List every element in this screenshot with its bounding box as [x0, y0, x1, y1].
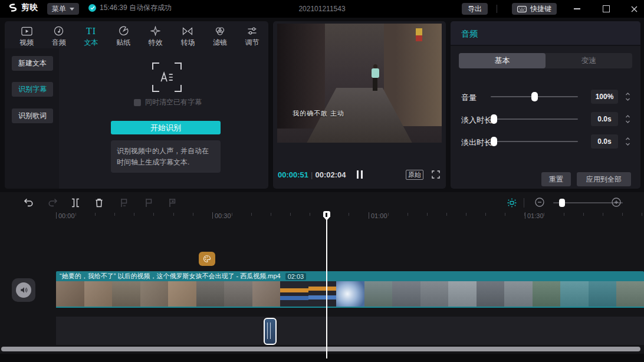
fade-in-stepper[interactable] [623, 112, 632, 126]
playhead-line[interactable] [326, 212, 327, 358]
app-logo-text: 剪映 [21, 2, 38, 13]
undo-icon [22, 197, 34, 209]
volume-value[interactable]: 100% [591, 90, 618, 104]
clip-thumbnail [533, 281, 561, 307]
volume-slider-handle[interactable] [531, 92, 538, 101]
recognize-subtitle-content: 同时清空已有字幕 开始识别 识别视频中的人声，并自动在时间轴上生成字幕文本. [59, 48, 268, 189]
zoom-in-button[interactable] [611, 197, 623, 209]
delete-button[interactable] [93, 197, 105, 209]
timeline-zoom-handle[interactable] [559, 199, 565, 207]
clip-thumbnail [560, 281, 589, 307]
toolbar-divider [524, 198, 524, 208]
track-mute-button[interactable] [12, 278, 35, 302]
scene-person [371, 64, 380, 93]
pause-button[interactable] [357, 170, 363, 179]
mark-flag-button[interactable] [143, 197, 155, 209]
tab-basic[interactable]: 基本 [459, 53, 546, 68]
preview-panel: 我的确不敢 主动 00:00:51|00:02:04 原始 [273, 21, 446, 189]
video-clip[interactable]: “她要的，我给不了” 以后的视频，这个俄罗斯女孩不会出现了 - 西瓜视频.mp4… [56, 271, 644, 308]
fade-in-slider-handle[interactable] [491, 114, 497, 124]
volume-slider[interactable] [491, 96, 578, 97]
timeline-bottom-gap [0, 354, 644, 362]
audio-panel-title: 音频 [461, 29, 478, 40]
effects-tab-icon [150, 25, 160, 37]
adjust-tab-icon [247, 25, 257, 37]
split-button[interactable] [70, 197, 81, 209]
sidebar-item-recognize-subtitle[interactable]: 识别字幕 [12, 82, 53, 97]
video-clip-duration-badge: 02:03 [285, 273, 307, 280]
auto-snap-button[interactable] [506, 197, 518, 209]
mark-remove-button[interactable] [166, 197, 178, 209]
pause-icon [357, 170, 359, 179]
close-button[interactable] [625, 0, 643, 18]
fade-out-control-row: 淡出时长 0.0s [451, 134, 640, 149]
ruler-label: 01:00 [369, 212, 387, 219]
app-logo: 剪映 [6, 2, 38, 13]
clear-subtitle-checkbox[interactable] [134, 99, 141, 106]
minimize-button[interactable] [568, 0, 586, 18]
original-quality-button[interactable]: 原始 [406, 170, 423, 180]
mark-ai-button[interactable] [118, 197, 130, 209]
export-button[interactable]: 导出 [462, 3, 488, 15]
timeline-ruler[interactable]: 00:00 00:30 01:00 01:30 [0, 211, 644, 222]
tab-effects[interactable]: 特效 [140, 21, 172, 48]
redo-button[interactable] [47, 197, 59, 209]
clip-thumbnail [308, 281, 337, 307]
recognize-subtitle-icon [152, 62, 182, 92]
clip-thumbnail [196, 281, 225, 307]
jianying-logo-icon [6, 3, 18, 12]
zoom-out-button[interactable] [534, 197, 546, 209]
reset-button[interactable]: 重置 [541, 172, 571, 186]
snap-icon [506, 197, 518, 209]
fade-in-value[interactable]: 0.0s [591, 112, 618, 126]
subtitle-track [56, 317, 644, 345]
scene-sign [416, 28, 422, 41]
speaker-icon [16, 282, 31, 298]
fade-out-value[interactable]: 0.0s [591, 134, 618, 149]
fullscreen-button[interactable] [432, 170, 440, 179]
shortcuts-button[interactable]: 快捷键 [512, 3, 557, 15]
tab-filter[interactable]: 滤镜 [204, 21, 236, 48]
menu-button[interactable]: 菜单 [47, 3, 79, 15]
audio-properties-panel: 音频 基本 变速 音量 100% 淡入时长 0.0s 淡出时长 0.0s [451, 21, 640, 189]
filter-tab-icon [215, 25, 225, 37]
tab-adjust[interactable]: 调节 [236, 21, 268, 48]
selected-text-clip[interactable] [264, 318, 277, 345]
apply-to-all-button[interactable]: 应用到全部 [577, 172, 631, 186]
video-clip-header: “她要的，我给不了” 以后的视频，这个俄罗斯女孩不会出现了 - 西瓜视频.mp4… [56, 271, 644, 281]
tab-video[interactable]: 视频 [11, 21, 43, 48]
timeline-horizontal-scrollbar[interactable] [1, 347, 640, 351]
clip-thumbnail [589, 281, 617, 307]
fade-in-control-row: 淡入时长 0.0s [451, 112, 640, 126]
fade-out-stepper[interactable] [623, 134, 632, 149]
ruler-label: 00:30 [212, 212, 231, 219]
fade-out-slider[interactable] [491, 141, 578, 142]
autosave-check-icon [88, 4, 96, 12]
fade-out-label: 淡出时长 [461, 137, 492, 148]
clear-subtitle-label: 同时清空已有字幕 [145, 97, 202, 107]
sidebar-item-new-text[interactable]: 新建文本 [12, 56, 53, 71]
volume-stepper[interactable] [623, 90, 632, 104]
media-tab-bar: 视频 音频 TI 文本 贴纸 特效 转场 [5, 21, 268, 48]
undo-button[interactable] [22, 197, 34, 209]
maximize-button[interactable] [597, 0, 615, 18]
autosave-status: 15:46:39 自动保存成功 [88, 3, 172, 13]
tab-audio[interactable]: 音频 [43, 21, 75, 48]
tab-sticker[interactable]: 贴纸 [107, 21, 140, 48]
current-time: 00:00:51 [278, 170, 308, 179]
filter-marker-badge[interactable] [199, 252, 215, 266]
clear-existing-subtitle-option: 同时清空已有字幕 [134, 97, 202, 107]
fade-in-slider[interactable] [491, 119, 578, 120]
ruler-label: 01:30 [525, 212, 544, 219]
preview-subtitle-text: 我的确不敢 主动 [293, 109, 344, 118]
start-recognition-button[interactable]: 开始识别 [111, 121, 221, 134]
tab-transition[interactable]: 转场 [172, 21, 204, 48]
video-preview-canvas[interactable]: 我的确不敢 主动 [277, 24, 442, 143]
tab-speed[interactable]: 变速 [546, 53, 632, 68]
tab-text[interactable]: TI 文本 [75, 21, 107, 48]
video-clip-filmstrip [56, 281, 644, 308]
ruler-label: 00:00 [56, 212, 75, 219]
keyboard-icon [517, 6, 527, 12]
fade-out-slider-handle[interactable] [491, 137, 497, 146]
sidebar-item-recognize-lyrics[interactable]: 识别歌词 [12, 108, 53, 123]
